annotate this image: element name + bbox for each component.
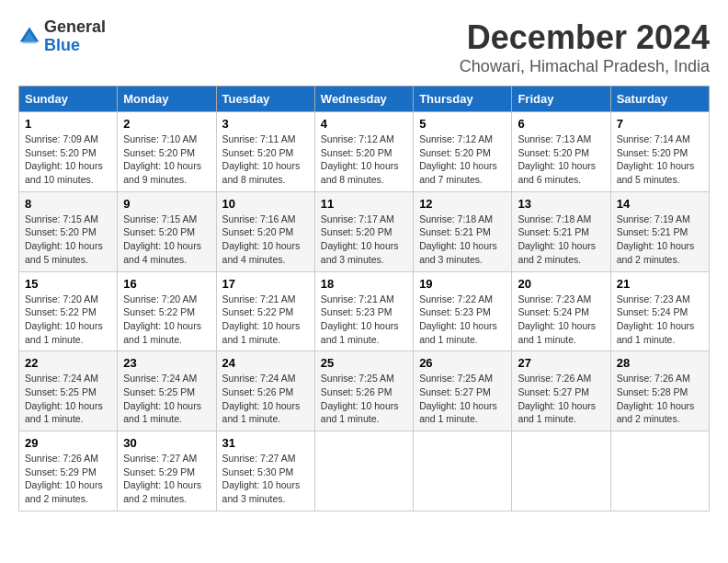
header-sunday: Sunday: [19, 86, 118, 112]
page-header: General Blue December 2024 Chowari, Hima…: [18, 18, 710, 76]
header-thursday: Thursday: [414, 86, 512, 112]
month-title: December 2024: [460, 18, 710, 57]
day-2: 2 Sunrise: 7:10 AMSunset: 5:20 PMDayligh…: [118, 112, 216, 192]
day-15: 15 Sunrise: 7:20 AMSunset: 5:22 PMDaylig…: [19, 271, 118, 351]
day-14: 14 Sunrise: 7:19 AMSunset: 5:21 PMDaylig…: [610, 191, 709, 271]
week-row-2: 8 Sunrise: 7:15 AMSunset: 5:20 PMDayligh…: [19, 191, 710, 271]
day-21: 21 Sunrise: 7:23 AMSunset: 5:24 PMDaylig…: [610, 271, 709, 351]
day-10: 10 Sunrise: 7:16 AMSunset: 5:20 PMDaylig…: [216, 191, 314, 271]
location-title: Chowari, Himachal Pradesh, India: [460, 57, 710, 76]
weekday-header-row: Sunday Monday Tuesday Wednesday Thursday…: [19, 86, 710, 112]
day-9: 9 Sunrise: 7:15 AMSunset: 5:20 PMDayligh…: [118, 191, 216, 271]
empty-cell-2: [414, 431, 512, 511]
day-11: 11 Sunrise: 7:17 AMSunset: 5:20 PMDaylig…: [314, 191, 413, 271]
empty-cell-4: [610, 431, 709, 511]
logo: General Blue: [18, 18, 106, 55]
header-tuesday: Tuesday: [216, 86, 314, 112]
day-26: 26 Sunrise: 7:25 AMSunset: 5:27 PMDaylig…: [414, 351, 512, 431]
day-24: 24 Sunrise: 7:24 AMSunset: 5:26 PMDaylig…: [216, 351, 314, 431]
day-8: 8 Sunrise: 7:15 AMSunset: 5:20 PMDayligh…: [19, 191, 118, 271]
day-6: 6 Sunrise: 7:13 AMSunset: 5:20 PMDayligh…: [512, 112, 610, 192]
day-27: 27 Sunrise: 7:26 AMSunset: 5:27 PMDaylig…: [512, 351, 610, 431]
title-block: December 2024 Chowari, Himachal Pradesh,…: [460, 18, 710, 76]
day-1: 1 Sunrise: 7:09 AMSunset: 5:20 PMDayligh…: [19, 112, 118, 192]
day-29: 29 Sunrise: 7:26 AMSunset: 5:29 PMDaylig…: [19, 431, 118, 511]
day-23: 23 Sunrise: 7:24 AMSunset: 5:25 PMDaylig…: [118, 351, 216, 431]
day-7: 7 Sunrise: 7:14 AMSunset: 5:20 PMDayligh…: [610, 112, 709, 192]
header-friday: Friday: [512, 86, 610, 112]
logo-blue-text: Blue: [44, 36, 80, 54]
day-19: 19 Sunrise: 7:22 AMSunset: 5:23 PMDaylig…: [414, 271, 512, 351]
day-5: 5 Sunrise: 7:12 AMSunset: 5:20 PMDayligh…: [414, 112, 512, 192]
day-28: 28 Sunrise: 7:26 AMSunset: 5:28 PMDaylig…: [610, 351, 709, 431]
day-12: 12 Sunrise: 7:18 AMSunset: 5:21 PMDaylig…: [414, 191, 512, 271]
day-4: 4 Sunrise: 7:12 AMSunset: 5:20 PMDayligh…: [314, 112, 413, 192]
day-20: 20 Sunrise: 7:23 AMSunset: 5:24 PMDaylig…: [512, 271, 610, 351]
day-31: 31 Sunrise: 7:27 AMSunset: 5:30 PMDaylig…: [216, 431, 314, 511]
day-22: 22 Sunrise: 7:24 AMSunset: 5:25 PMDaylig…: [19, 351, 118, 431]
day-13: 13 Sunrise: 7:18 AMSunset: 5:21 PMDaylig…: [512, 191, 610, 271]
empty-cell-3: [512, 431, 610, 511]
day-3: 3 Sunrise: 7:11 AMSunset: 5:20 PMDayligh…: [216, 112, 314, 192]
logo-general-text: General: [44, 17, 106, 36]
week-row-3: 15 Sunrise: 7:20 AMSunset: 5:22 PMDaylig…: [19, 271, 710, 351]
day-18: 18 Sunrise: 7:21 AMSunset: 5:23 PMDaylig…: [314, 271, 413, 351]
day-30: 30 Sunrise: 7:27 AMSunset: 5:29 PMDaylig…: [118, 431, 216, 511]
header-saturday: Saturday: [610, 86, 709, 112]
day-25: 25 Sunrise: 7:25 AMSunset: 5:26 PMDaylig…: [314, 351, 413, 431]
week-row-5: 29 Sunrise: 7:26 AMSunset: 5:29 PMDaylig…: [19, 431, 710, 511]
day-16: 16 Sunrise: 7:20 AMSunset: 5:22 PMDaylig…: [118, 271, 216, 351]
week-row-4: 22 Sunrise: 7:24 AMSunset: 5:25 PMDaylig…: [19, 351, 710, 431]
header-wednesday: Wednesday: [314, 86, 413, 112]
logo-icon: [18, 26, 40, 48]
week-row-1: 1 Sunrise: 7:09 AMSunset: 5:20 PMDayligh…: [19, 112, 710, 192]
calendar-table: Sunday Monday Tuesday Wednesday Thursday…: [18, 86, 710, 511]
day-17: 17 Sunrise: 7:21 AMSunset: 5:22 PMDaylig…: [216, 271, 314, 351]
empty-cell-1: [314, 431, 413, 511]
header-monday: Monday: [118, 86, 216, 112]
